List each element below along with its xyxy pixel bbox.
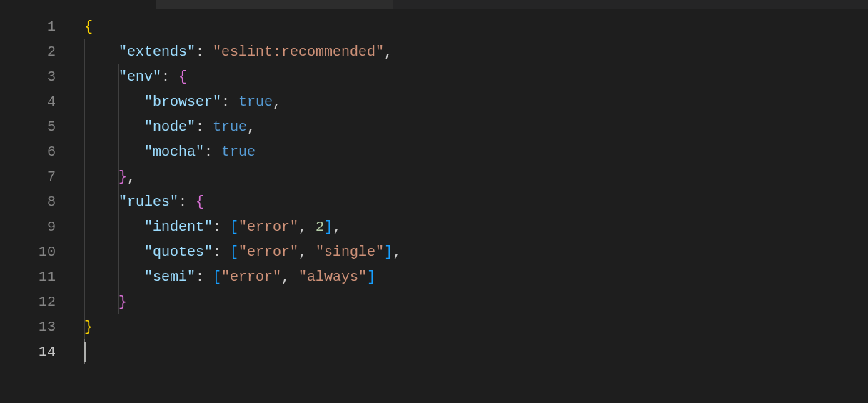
code-line[interactable]: "browser": true, [144,89,281,114]
editor[interactable]: 1 2 3 4 5 6 7 8 9 10 11 12 13 14 { "exte… [0,9,868,403]
text-cursor [84,342,86,362]
indent-guide [136,214,136,289]
line-number: 7 [0,164,56,189]
colon: : [196,44,204,60]
colon: : [178,194,187,210]
brace-close: } [118,294,127,310]
comma: , [127,169,136,185]
code-line[interactable]: "indent": ["error", 2], [144,214,341,239]
line-number: 3 [0,64,56,89]
json-string: "eslint:recommended" [213,44,384,60]
code-line[interactable]: "semi": ["error", "always"] [144,264,375,289]
line-number: 2 [0,39,56,64]
comma: , [298,219,307,235]
code-line[interactable]: { [84,14,93,39]
line-number: 11 [0,264,56,289]
code-line[interactable]: "quotes": ["error", "single"], [144,239,401,264]
brace-open: { [178,69,187,85]
space [307,219,316,235]
code-line[interactable]: "env": { [118,64,187,89]
indent-guide [136,89,136,164]
space [221,244,230,260]
space [290,269,298,285]
comma: , [393,244,401,260]
json-string: "single" [316,244,384,260]
line-number: 5 [0,114,56,139]
code-line[interactable]: "mocha": true [144,139,256,164]
colon: : [204,144,213,160]
json-number: 2 [316,219,324,235]
space [187,194,196,210]
colon: : [213,219,221,235]
json-string: "always" [298,269,367,285]
comma: , [298,244,307,260]
colon: : [221,94,230,110]
code-line[interactable]: "node": true, [144,114,256,139]
json-key: "extends" [118,44,196,60]
colon: : [196,119,204,135]
json-key: "quotes" [144,244,213,260]
code-line[interactable]: } [118,289,127,314]
json-key: "env" [118,69,161,85]
comma: , [247,119,256,135]
brace-close: } [118,169,127,185]
space [170,69,178,85]
indent-guide [84,39,85,339]
space [204,44,213,60]
json-string: "error" [221,269,281,285]
colon: : [196,269,204,285]
json-key: "mocha" [144,144,204,160]
colon: : [213,244,221,260]
json-key: "browser" [144,94,221,110]
bracket-close: ] [367,269,375,285]
space [230,94,238,110]
comma: , [333,219,341,235]
code-line[interactable]: } [84,314,93,339]
comma: , [384,44,393,60]
json-bool: true [238,94,273,110]
json-string: "error" [238,219,298,235]
code-area[interactable]: { "extends": "eslint:recommended", "env"… [84,9,868,403]
line-number: 8 [0,189,56,214]
gutter: 1 2 3 4 5 6 7 8 9 10 11 12 13 14 [0,9,66,403]
json-string: "error" [238,244,298,260]
code-line[interactable]: "rules": { [118,189,204,214]
bracket-close: ] [384,244,393,260]
tab-bar [0,0,868,9]
line-number: 12 [0,289,56,314]
json-key: "indent" [144,219,213,235]
tab-strip [393,0,868,9]
colon: : [161,69,170,85]
line-number: 9 [0,214,56,239]
comma: , [281,269,290,285]
brace-open: { [84,19,93,35]
json-bool: true [213,119,247,135]
space [204,269,213,285]
space [307,244,316,260]
bracket-close: ] [324,219,333,235]
comma: , [273,94,281,110]
brace-close: } [84,319,93,335]
line-number: 10 [0,239,56,264]
space [213,144,221,160]
code-line[interactable]: }, [118,164,136,189]
line-number: 13 [0,314,56,339]
json-key: "semi" [144,269,196,285]
line-number: 4 [0,89,56,114]
tab-active[interactable] [0,0,156,9]
json-key: "node" [144,119,196,135]
bracket-open: [ [213,269,221,285]
json-bool: true [221,144,256,160]
line-number-active: 14 [0,339,56,364]
space [204,119,213,135]
tab-inactive[interactable] [156,0,393,9]
brace-open: { [196,194,204,210]
space [221,219,230,235]
line-number: 6 [0,139,56,164]
code-line[interactable]: "extends": "eslint:recommended", [118,39,393,64]
bracket-open: [ [230,219,238,235]
line-number: 1 [0,14,56,39]
bracket-open: [ [230,244,238,260]
json-key: "rules" [118,194,178,210]
